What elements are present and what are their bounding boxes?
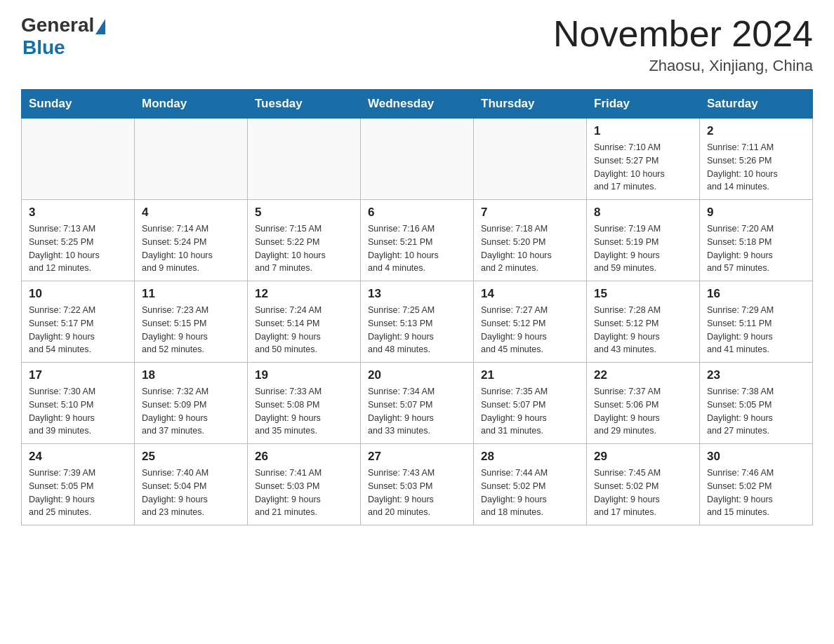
day-number: 22 <box>594 368 692 382</box>
day-info: Sunrise: 7:20 AMSunset: 5:18 PMDaylight:… <box>707 222 805 275</box>
day-info: Sunrise: 7:23 AMSunset: 5:15 PMDaylight:… <box>142 304 240 356</box>
day-number: 13 <box>368 287 466 301</box>
weekday-header-wednesday: Wednesday <box>361 90 474 119</box>
day-info: Sunrise: 7:41 AMSunset: 5:03 PMDaylight:… <box>255 467 353 519</box>
calendar-cell: 13Sunrise: 7:25 AMSunset: 5:13 PMDayligh… <box>361 281 474 363</box>
logo: General Blue <box>21 14 105 59</box>
calendar-cell: 10Sunrise: 7:22 AMSunset: 5:17 PMDayligh… <box>22 281 135 363</box>
day-info: Sunrise: 7:10 AMSunset: 5:27 PMDaylight:… <box>594 141 692 194</box>
day-number: 16 <box>707 287 805 301</box>
calendar-body: 1Sunrise: 7:10 AMSunset: 5:27 PMDaylight… <box>22 119 813 525</box>
calendar-cell: 19Sunrise: 7:33 AMSunset: 5:08 PMDayligh… <box>248 363 361 444</box>
day-number: 3 <box>29 206 127 220</box>
day-info: Sunrise: 7:40 AMSunset: 5:04 PMDaylight:… <box>142 467 240 519</box>
calendar-cell: 17Sunrise: 7:30 AMSunset: 5:10 PMDayligh… <box>22 363 135 444</box>
day-info: Sunrise: 7:15 AMSunset: 5:22 PMDaylight:… <box>255 222 353 275</box>
day-number: 6 <box>368 206 466 220</box>
day-number: 4 <box>142 206 240 220</box>
calendar-week-1: 1Sunrise: 7:10 AMSunset: 5:27 PMDaylight… <box>22 119 813 200</box>
day-info: Sunrise: 7:43 AMSunset: 5:03 PMDaylight:… <box>368 467 466 519</box>
calendar-header: SundayMondayTuesdayWednesdayThursdayFrid… <box>22 90 813 119</box>
day-number: 25 <box>142 450 240 464</box>
calendar-cell: 24Sunrise: 7:39 AMSunset: 5:05 PMDayligh… <box>22 444 135 525</box>
day-info: Sunrise: 7:22 AMSunset: 5:17 PMDaylight:… <box>29 304 127 356</box>
calendar-cell: 26Sunrise: 7:41 AMSunset: 5:03 PMDayligh… <box>248 444 361 525</box>
calendar-cell: 16Sunrise: 7:29 AMSunset: 5:11 PMDayligh… <box>700 281 813 363</box>
day-info: Sunrise: 7:28 AMSunset: 5:12 PMDaylight:… <box>594 304 692 356</box>
calendar-cell: 4Sunrise: 7:14 AMSunset: 5:24 PMDaylight… <box>135 200 248 281</box>
day-number: 15 <box>594 287 692 301</box>
day-number: 24 <box>29 450 127 464</box>
day-number: 8 <box>594 206 692 220</box>
day-number: 20 <box>368 368 466 382</box>
calendar-cell: 9Sunrise: 7:20 AMSunset: 5:18 PMDaylight… <box>700 200 813 281</box>
weekday-header-row: SundayMondayTuesdayWednesdayThursdayFrid… <box>22 90 813 119</box>
day-info: Sunrise: 7:18 AMSunset: 5:20 PMDaylight:… <box>481 222 579 275</box>
calendar-cell: 5Sunrise: 7:15 AMSunset: 5:22 PMDaylight… <box>248 200 361 281</box>
calendar-cell: 15Sunrise: 7:28 AMSunset: 5:12 PMDayligh… <box>587 281 700 363</box>
calendar-cell: 12Sunrise: 7:24 AMSunset: 5:14 PMDayligh… <box>248 281 361 363</box>
day-number: 9 <box>707 206 805 220</box>
day-info: Sunrise: 7:33 AMSunset: 5:08 PMDaylight:… <box>255 385 353 438</box>
day-info: Sunrise: 7:30 AMSunset: 5:10 PMDaylight:… <box>29 385 127 438</box>
day-info: Sunrise: 7:29 AMSunset: 5:11 PMDaylight:… <box>707 304 805 356</box>
calendar-week-5: 24Sunrise: 7:39 AMSunset: 5:05 PMDayligh… <box>22 444 813 525</box>
calendar-cell: 30Sunrise: 7:46 AMSunset: 5:02 PMDayligh… <box>700 444 813 525</box>
calendar-cell: 8Sunrise: 7:19 AMSunset: 5:19 PMDaylight… <box>587 200 700 281</box>
day-info: Sunrise: 7:34 AMSunset: 5:07 PMDaylight:… <box>368 385 466 438</box>
weekday-header-sunday: Sunday <box>22 90 135 119</box>
day-number: 30 <box>707 450 805 464</box>
calendar-cell: 21Sunrise: 7:35 AMSunset: 5:07 PMDayligh… <box>474 363 587 444</box>
weekday-header-monday: Monday <box>135 90 248 119</box>
day-number: 11 <box>142 287 240 301</box>
day-info: Sunrise: 7:13 AMSunset: 5:25 PMDaylight:… <box>29 222 127 275</box>
calendar-cell <box>135 119 248 200</box>
calendar-cell: 3Sunrise: 7:13 AMSunset: 5:25 PMDaylight… <box>22 200 135 281</box>
day-info: Sunrise: 7:19 AMSunset: 5:19 PMDaylight:… <box>594 222 692 275</box>
day-number: 2 <box>707 124 805 138</box>
calendar-cell: 27Sunrise: 7:43 AMSunset: 5:03 PMDayligh… <box>361 444 474 525</box>
day-number: 18 <box>142 368 240 382</box>
weekday-header-saturday: Saturday <box>700 90 813 119</box>
calendar-cell: 18Sunrise: 7:32 AMSunset: 5:09 PMDayligh… <box>135 363 248 444</box>
day-number: 23 <box>707 368 805 382</box>
calendar-week-4: 17Sunrise: 7:30 AMSunset: 5:10 PMDayligh… <box>22 363 813 444</box>
weekday-header-thursday: Thursday <box>474 90 587 119</box>
month-title: November 2024 <box>553 14 813 54</box>
calendar-cell: 25Sunrise: 7:40 AMSunset: 5:04 PMDayligh… <box>135 444 248 525</box>
day-info: Sunrise: 7:25 AMSunset: 5:13 PMDaylight:… <box>368 304 466 356</box>
calendar-cell: 22Sunrise: 7:37 AMSunset: 5:06 PMDayligh… <box>587 363 700 444</box>
page-header: General Blue November 2024 Zhaosu, Xinji… <box>21 14 813 75</box>
logo-general-text: General <box>21 14 94 36</box>
calendar-cell: 1Sunrise: 7:10 AMSunset: 5:27 PMDaylight… <box>587 119 700 200</box>
day-number: 19 <box>255 368 353 382</box>
day-info: Sunrise: 7:35 AMSunset: 5:07 PMDaylight:… <box>481 385 579 438</box>
calendar-cell: 6Sunrise: 7:16 AMSunset: 5:21 PMDaylight… <box>361 200 474 281</box>
calendar-cell: 11Sunrise: 7:23 AMSunset: 5:15 PMDayligh… <box>135 281 248 363</box>
day-info: Sunrise: 7:44 AMSunset: 5:02 PMDaylight:… <box>481 467 579 519</box>
location-text: Zhaosu, Xinjiang, China <box>553 57 813 75</box>
calendar-cell: 23Sunrise: 7:38 AMSunset: 5:05 PMDayligh… <box>700 363 813 444</box>
calendar-cell <box>22 119 135 200</box>
day-number: 21 <box>481 368 579 382</box>
day-info: Sunrise: 7:32 AMSunset: 5:09 PMDaylight:… <box>142 385 240 438</box>
calendar-cell: 28Sunrise: 7:44 AMSunset: 5:02 PMDayligh… <box>474 444 587 525</box>
logo-triangle-icon <box>95 19 105 34</box>
day-info: Sunrise: 7:11 AMSunset: 5:26 PMDaylight:… <box>707 141 805 194</box>
calendar-week-3: 10Sunrise: 7:22 AMSunset: 5:17 PMDayligh… <box>22 281 813 363</box>
day-info: Sunrise: 7:14 AMSunset: 5:24 PMDaylight:… <box>142 222 240 275</box>
day-number: 29 <box>594 450 692 464</box>
day-number: 27 <box>368 450 466 464</box>
day-info: Sunrise: 7:39 AMSunset: 5:05 PMDaylight:… <box>29 467 127 519</box>
day-number: 14 <box>481 287 579 301</box>
calendar-week-2: 3Sunrise: 7:13 AMSunset: 5:25 PMDaylight… <box>22 200 813 281</box>
day-number: 28 <box>481 450 579 464</box>
day-info: Sunrise: 7:46 AMSunset: 5:02 PMDaylight:… <box>707 467 805 519</box>
day-number: 5 <box>255 206 353 220</box>
day-number: 12 <box>255 287 353 301</box>
day-number: 26 <box>255 450 353 464</box>
calendar-cell: 14Sunrise: 7:27 AMSunset: 5:12 PMDayligh… <box>474 281 587 363</box>
day-info: Sunrise: 7:45 AMSunset: 5:02 PMDaylight:… <box>594 467 692 519</box>
day-number: 10 <box>29 287 127 301</box>
calendar-cell <box>474 119 587 200</box>
